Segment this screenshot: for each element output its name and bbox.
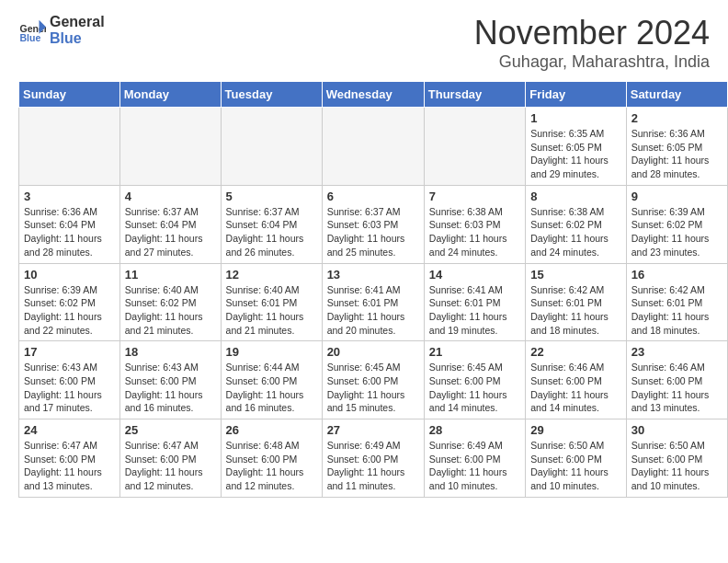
day-info: Sunrise: 6:45 AMSunset: 6:00 PMDaylight:… bbox=[429, 361, 520, 415]
day-number: 7 bbox=[429, 190, 520, 203]
calendar-cell: 19Sunrise: 6:44 AMSunset: 6:00 PMDayligh… bbox=[221, 341, 322, 419]
day-info: Sunrise: 6:45 AMSunset: 6:00 PMDaylight:… bbox=[327, 361, 419, 415]
day-info: Sunrise: 6:39 AMSunset: 6:02 PMDaylight:… bbox=[631, 205, 722, 259]
calendar-cell bbox=[119, 108, 221, 186]
calendar-wrapper: SundayMondayTuesdayWednesdayThursdayFrid… bbox=[0, 81, 728, 507]
day-info: Sunrise: 6:47 AMSunset: 6:00 PMDaylight:… bbox=[125, 439, 216, 493]
day-info: Sunrise: 6:36 AMSunset: 6:05 PMDaylight:… bbox=[631, 127, 722, 181]
day-number: 3 bbox=[24, 190, 115, 203]
day-number: 19 bbox=[226, 345, 317, 359]
day-number: 17 bbox=[24, 345, 115, 359]
logo: General Blue General Blue bbox=[18, 14, 105, 47]
day-number: 10 bbox=[24, 268, 115, 282]
calendar-cell: 26Sunrise: 6:48 AMSunset: 6:00 PMDayligh… bbox=[221, 419, 322, 498]
day-info: Sunrise: 6:39 AMSunset: 6:02 PMDaylight:… bbox=[24, 283, 115, 338]
day-info: Sunrise: 6:43 AMSunset: 6:00 PMDaylight:… bbox=[125, 361, 216, 415]
title-area: November 2024 Guhagar, Maharashtra, Indi… bbox=[474, 14, 710, 72]
day-info: Sunrise: 6:46 AMSunset: 6:00 PMDaylight:… bbox=[530, 361, 621, 415]
calendar-week-row: 24Sunrise: 6:47 AMSunset: 6:00 PMDayligh… bbox=[19, 419, 728, 498]
day-info: Sunrise: 6:38 AMSunset: 6:03 PMDaylight:… bbox=[429, 205, 520, 259]
day-number: 18 bbox=[125, 345, 216, 359]
calendar-cell: 17Sunrise: 6:43 AMSunset: 6:00 PMDayligh… bbox=[19, 341, 120, 419]
day-info: Sunrise: 6:36 AMSunset: 6:04 PMDaylight:… bbox=[24, 205, 115, 259]
calendar-cell: 18Sunrise: 6:43 AMSunset: 6:00 PMDayligh… bbox=[119, 341, 221, 419]
day-info: Sunrise: 6:40 AMSunset: 6:01 PMDaylight:… bbox=[226, 283, 317, 338]
calendar-cell: 13Sunrise: 6:41 AMSunset: 6:01 PMDayligh… bbox=[322, 263, 424, 341]
page-header: General Blue General Blue November 2024 … bbox=[0, 0, 728, 81]
day-info: Sunrise: 6:50 AMSunset: 6:00 PMDaylight:… bbox=[530, 439, 621, 493]
logo-icon: General Blue bbox=[18, 17, 46, 44]
calendar-cell: 24Sunrise: 6:47 AMSunset: 6:00 PMDayligh… bbox=[19, 419, 120, 498]
calendar-cell: 21Sunrise: 6:45 AMSunset: 6:00 PMDayligh… bbox=[424, 341, 525, 419]
day-header-saturday: Saturday bbox=[626, 82, 727, 108]
logo-blue: Blue bbox=[50, 30, 105, 47]
day-number: 14 bbox=[429, 268, 520, 282]
calendar-cell: 2Sunrise: 6:36 AMSunset: 6:05 PMDaylight… bbox=[626, 108, 727, 186]
day-number: 11 bbox=[125, 268, 216, 282]
day-number: 9 bbox=[631, 190, 722, 203]
day-info: Sunrise: 6:35 AMSunset: 6:05 PMDaylight:… bbox=[530, 127, 621, 181]
calendar-cell: 10Sunrise: 6:39 AMSunset: 6:02 PMDayligh… bbox=[19, 263, 120, 341]
calendar-cell bbox=[19, 108, 120, 186]
day-info: Sunrise: 6:40 AMSunset: 6:02 PMDaylight:… bbox=[125, 283, 216, 338]
day-number: 21 bbox=[429, 345, 520, 359]
calendar-cell: 15Sunrise: 6:42 AMSunset: 6:01 PMDayligh… bbox=[526, 263, 627, 341]
day-number: 22 bbox=[530, 345, 621, 359]
day-number: 25 bbox=[125, 423, 216, 437]
day-number: 6 bbox=[327, 190, 419, 203]
calendar-cell: 20Sunrise: 6:45 AMSunset: 6:00 PMDayligh… bbox=[322, 341, 424, 419]
day-number: 30 bbox=[631, 423, 722, 437]
day-number: 5 bbox=[226, 190, 317, 203]
day-number: 15 bbox=[530, 268, 621, 282]
day-info: Sunrise: 6:48 AMSunset: 6:00 PMDaylight:… bbox=[226, 439, 317, 493]
calendar-cell: 16Sunrise: 6:42 AMSunset: 6:01 PMDayligh… bbox=[626, 263, 727, 341]
day-info: Sunrise: 6:38 AMSunset: 6:02 PMDaylight:… bbox=[530, 205, 621, 259]
day-number: 28 bbox=[429, 423, 520, 437]
day-number: 1 bbox=[530, 111, 621, 125]
month-title: November 2024 bbox=[474, 14, 710, 52]
calendar-week-row: 10Sunrise: 6:39 AMSunset: 6:02 PMDayligh… bbox=[19, 263, 728, 341]
calendar-cell: 28Sunrise: 6:49 AMSunset: 6:00 PMDayligh… bbox=[424, 419, 525, 498]
day-info: Sunrise: 6:43 AMSunset: 6:00 PMDaylight:… bbox=[24, 361, 115, 415]
calendar-cell bbox=[221, 108, 322, 186]
calendar-cell: 4Sunrise: 6:37 AMSunset: 6:04 PMDaylight… bbox=[119, 185, 221, 263]
calendar-cell bbox=[424, 108, 525, 186]
svg-text:Blue: Blue bbox=[20, 32, 41, 43]
calendar-cell: 23Sunrise: 6:46 AMSunset: 6:00 PMDayligh… bbox=[626, 341, 727, 419]
calendar-cell: 3Sunrise: 6:36 AMSunset: 6:04 PMDaylight… bbox=[19, 185, 120, 263]
day-header-friday: Friday bbox=[526, 82, 627, 108]
day-info: Sunrise: 6:50 AMSunset: 6:00 PMDaylight:… bbox=[631, 439, 722, 493]
calendar-week-row: 3Sunrise: 6:36 AMSunset: 6:04 PMDaylight… bbox=[19, 185, 728, 263]
calendar-cell: 27Sunrise: 6:49 AMSunset: 6:00 PMDayligh… bbox=[322, 419, 424, 498]
day-number: 23 bbox=[631, 345, 722, 359]
day-header-sunday: Sunday bbox=[19, 82, 120, 108]
day-info: Sunrise: 6:41 AMSunset: 6:01 PMDaylight:… bbox=[429, 283, 520, 338]
day-info: Sunrise: 6:46 AMSunset: 6:00 PMDaylight:… bbox=[631, 361, 722, 415]
day-info: Sunrise: 6:49 AMSunset: 6:00 PMDaylight:… bbox=[327, 439, 419, 493]
day-header-tuesday: Tuesday bbox=[221, 82, 322, 108]
calendar-cell: 29Sunrise: 6:50 AMSunset: 6:00 PMDayligh… bbox=[526, 419, 627, 498]
calendar-cell: 8Sunrise: 6:38 AMSunset: 6:02 PMDaylight… bbox=[526, 185, 627, 263]
calendar-week-row: 1Sunrise: 6:35 AMSunset: 6:05 PMDaylight… bbox=[19, 108, 728, 186]
day-number: 13 bbox=[327, 268, 419, 282]
day-info: Sunrise: 6:44 AMSunset: 6:00 PMDaylight:… bbox=[226, 361, 317, 415]
calendar-cell: 22Sunrise: 6:46 AMSunset: 6:00 PMDayligh… bbox=[526, 341, 627, 419]
day-info: Sunrise: 6:42 AMSunset: 6:01 PMDaylight:… bbox=[530, 283, 621, 338]
day-header-thursday: Thursday bbox=[424, 82, 525, 108]
calendar-cell: 9Sunrise: 6:39 AMSunset: 6:02 PMDaylight… bbox=[626, 185, 727, 263]
day-info: Sunrise: 6:41 AMSunset: 6:01 PMDaylight:… bbox=[327, 283, 419, 338]
day-info: Sunrise: 6:37 AMSunset: 6:04 PMDaylight:… bbox=[125, 205, 216, 259]
day-number: 26 bbox=[226, 423, 317, 437]
calendar-header-row: SundayMondayTuesdayWednesdayThursdayFrid… bbox=[19, 82, 728, 108]
calendar-cell: 12Sunrise: 6:40 AMSunset: 6:01 PMDayligh… bbox=[221, 263, 322, 341]
calendar-cell: 30Sunrise: 6:50 AMSunset: 6:00 PMDayligh… bbox=[626, 419, 727, 498]
calendar-cell: 25Sunrise: 6:47 AMSunset: 6:00 PMDayligh… bbox=[119, 419, 221, 498]
day-info: Sunrise: 6:47 AMSunset: 6:00 PMDaylight:… bbox=[24, 439, 115, 493]
day-number: 16 bbox=[631, 268, 722, 282]
day-number: 20 bbox=[327, 345, 419, 359]
day-number: 2 bbox=[631, 111, 722, 125]
calendar-week-row: 17Sunrise: 6:43 AMSunset: 6:00 PMDayligh… bbox=[19, 341, 728, 419]
calendar-cell: 7Sunrise: 6:38 AMSunset: 6:03 PMDaylight… bbox=[424, 185, 525, 263]
day-number: 12 bbox=[226, 268, 317, 282]
day-header-wednesday: Wednesday bbox=[322, 82, 424, 108]
